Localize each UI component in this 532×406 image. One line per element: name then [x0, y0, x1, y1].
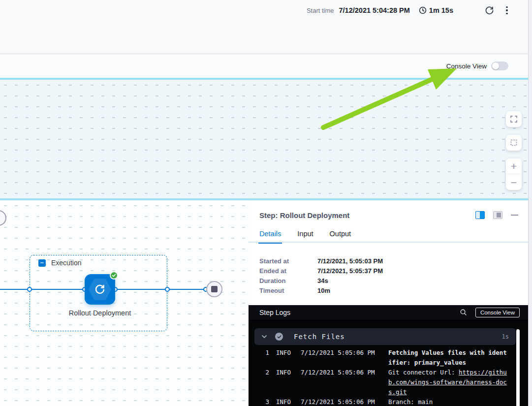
console-view-toggle[interactable] — [491, 62, 508, 70]
log-lines: 1 INFO 7/12/2021 5:05:06 PM Fetching Val… — [254, 348, 508, 406]
step-details-panel: Step: Rollout Deployment Details Input O… — [249, 200, 528, 406]
log-line: 3 INFO 7/12/2021 5:05:06 PM Branch: main — [254, 397, 508, 406]
canvas-zoom-controls: + − — [506, 111, 522, 190]
log-group-name: Fetch Files — [294, 333, 345, 341]
kebab-menu-icon[interactable] — [501, 4, 513, 17]
detail-value: 10m — [317, 287, 330, 294]
split-view-icon[interactable] — [475, 211, 485, 219]
start-time-label: Start time — [307, 7, 334, 14]
detail-value: 7/12/2021, 5:05:37 PM — [317, 267, 383, 275]
step-logs-bar: Step Logs Console View — [249, 305, 528, 319]
graph-node-partial[interactable] — [0, 210, 6, 226]
stop-node-icon[interactable] — [206, 281, 222, 297]
chevron-down-icon — [261, 334, 267, 340]
zoom-out-button[interactable]: − — [506, 174, 522, 190]
execution-group-label: Execution — [51, 259, 81, 267]
zoom-in-button[interactable]: + — [506, 158, 522, 174]
start-time-value: 7/12/2021 5:04:28 PM — [339, 6, 410, 14]
log-group-fetch-files[interactable]: Fetch Files 1s — [254, 328, 516, 345]
status-success-icon — [275, 333, 283, 341]
panel-view-icon[interactable] — [493, 211, 502, 219]
elapsed-duration: 1m 15s — [429, 6, 453, 14]
pipeline-stages-canvas[interactable] — [0, 80, 528, 198]
detail-value: 34s — [317, 277, 328, 284]
top-header: Start time 7/12/2021 5:04:28 PM 1m 15s — [0, 0, 528, 54]
edge-connector — [27, 287, 32, 292]
edge-connector — [165, 287, 170, 292]
console-view-label: Console View — [446, 62, 487, 70]
sub-header: Console View — [0, 55, 528, 78]
collapse-group-icon[interactable] — [38, 259, 46, 267]
tabs-separator — [249, 242, 528, 243]
fullscreen-icon[interactable] — [506, 111, 522, 127]
log-line: 1 INFO 7/12/2021 5:05:06 PM Fetching Val… — [254, 348, 508, 368]
logs-console-view-button[interactable]: Console View — [475, 308, 520, 317]
detail-label: Started at — [259, 257, 317, 265]
step-logs-title: Step Logs — [259, 309, 290, 316]
step-logs-body: Fetch Files 1s 1 INFO 7/12/2021 5:05:06 … — [249, 319, 528, 406]
detail-label: Timeout — [259, 287, 317, 294]
log-group-duration: 1s — [502, 333, 509, 340]
search-icon[interactable] — [460, 309, 467, 316]
success-badge-icon — [110, 271, 118, 280]
execution-graph-canvas[interactable]: Execution Rollout Deployment — [0, 200, 249, 406]
detail-label: Ended at — [259, 267, 317, 275]
refresh-button[interactable] — [483, 4, 496, 17]
minimize-panel-icon[interactable] — [511, 215, 518, 216]
step-details-list: Started at 7/12/2021, 5:05:03 PM Ended a… — [259, 256, 383, 295]
marquee-zoom-icon[interactable] — [506, 135, 522, 151]
logs-scrollbar[interactable] — [516, 329, 520, 406]
rollout-deployment-node-label: Rollout Deployment — [61, 308, 139, 318]
clock-icon — [419, 6, 427, 14]
log-line: 2 INFO 7/12/2021 5:05:06 PM Git connecto… — [254, 368, 508, 397]
step-panel-title: Step: Rollout Deployment — [259, 211, 349, 219]
detail-label: Duration — [259, 277, 317, 284]
rollout-deployment-node[interactable] — [85, 274, 115, 305]
detail-value: 7/12/2021, 5:05:03 PM — [317, 257, 383, 265]
window-scrollbar[interactable] — [528, 0, 532, 406]
